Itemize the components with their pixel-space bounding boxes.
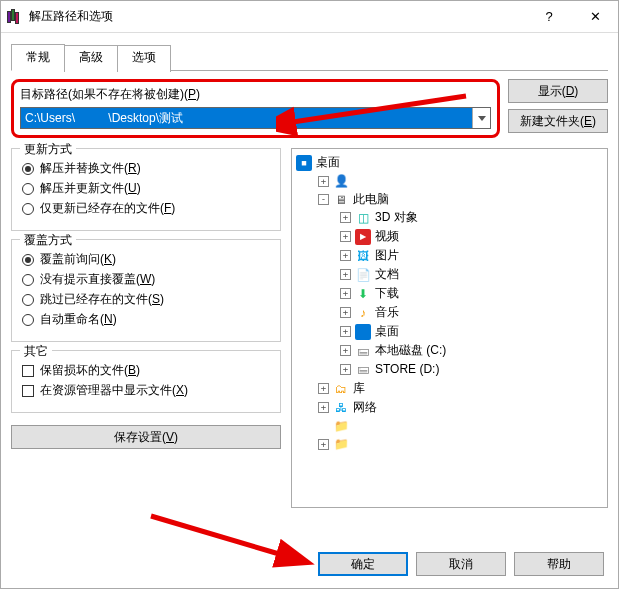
- annotation-arrow-2: [141, 506, 321, 576]
- desktop-icon: ■: [296, 155, 312, 171]
- radio-extract-update[interactable]: 解压并更新文件(U): [22, 180, 270, 197]
- cube-icon: ◫: [355, 210, 371, 226]
- tree-network[interactable]: +🖧网络: [318, 399, 603, 416]
- check-keep-broken[interactable]: 保留损坏的文件(B): [22, 362, 270, 379]
- video-icon: [355, 229, 371, 245]
- folder-icon: 📁: [333, 418, 349, 434]
- picture-icon: 🖼: [355, 248, 371, 264]
- window-title: 解压路径和选项: [29, 8, 526, 25]
- tabs: 常规 高级 选项: [11, 43, 608, 71]
- expand-icon[interactable]: +: [340, 250, 351, 261]
- expand-icon[interactable]: +: [340, 326, 351, 337]
- drive-icon: 🖴: [355, 343, 371, 359]
- tab-advanced[interactable]: 高级: [64, 45, 118, 72]
- path-input[interactable]: [21, 108, 472, 128]
- display-button[interactable]: 显示(D): [508, 79, 608, 103]
- expand-icon[interactable]: +: [318, 439, 329, 450]
- expand-icon[interactable]: +: [340, 307, 351, 318]
- radio-ask-overwrite[interactable]: 覆盖前询问(K): [22, 251, 270, 268]
- help-button[interactable]: ?: [526, 1, 572, 33]
- titlebar: 解压路径和选项 ? ✕: [1, 1, 618, 33]
- expand-icon[interactable]: +: [340, 231, 351, 242]
- expand-icon[interactable]: +: [340, 288, 351, 299]
- tree-libraries[interactable]: +🗂库: [318, 380, 603, 397]
- help-button[interactable]: 帮助: [514, 552, 604, 576]
- download-icon: ⬇: [355, 286, 371, 302]
- svg-marker-0: [478, 116, 486, 121]
- path-label: 目标路径(如果不存在将被创建)(P): [20, 86, 491, 103]
- folder-tree[interactable]: ■ 桌面 +👤 -🖥此电脑 +◫3D 对象 +视频 +🖼图片 +📄文档 +⬇下载…: [291, 148, 608, 508]
- dialog-footer: 确定 取消 帮助: [318, 552, 604, 576]
- expand-icon[interactable]: +: [340, 364, 351, 375]
- tree-cdrive[interactable]: +🖴本地磁盘 (C:): [340, 342, 603, 359]
- radio-update-existing[interactable]: 仅更新已经存在的文件(F): [22, 200, 270, 217]
- radio-skip-existing[interactable]: 跳过已经存在的文件(S): [22, 291, 270, 308]
- update-mode-group: 更新方式 解压并替换文件(R) 解压并更新文件(U) 仅更新已经存在的文件(F): [11, 148, 281, 231]
- expand-icon[interactable]: +: [318, 176, 329, 187]
- expand-icon[interactable]: +: [340, 345, 351, 356]
- path-highlight: 目标路径(如果不存在将被创建)(P): [11, 79, 500, 138]
- folder-icon: 📁: [333, 436, 349, 452]
- new-folder-button[interactable]: 新建文件夹(E): [508, 109, 608, 133]
- tree-user[interactable]: +👤: [318, 173, 603, 189]
- tree-thispc[interactable]: -🖥此电脑: [318, 191, 603, 208]
- save-settings-button[interactable]: 保存设置(V): [11, 425, 281, 449]
- update-legend: 更新方式: [20, 141, 76, 158]
- network-icon: 🖧: [333, 400, 349, 416]
- expand-icon[interactable]: +: [340, 212, 351, 223]
- expand-icon[interactable]: +: [318, 402, 329, 413]
- other-group: 其它 保留损坏的文件(B) 在资源管理器中显示文件(X): [11, 350, 281, 413]
- tree-ddrive[interactable]: +🖴STORE (D:): [340, 361, 603, 377]
- collapse-icon[interactable]: -: [318, 194, 329, 205]
- radio-overwrite-noprompt[interactable]: 没有提示直接覆盖(W): [22, 271, 270, 288]
- combobox-arrow-icon[interactable]: [472, 108, 490, 128]
- tree-downloads[interactable]: +⬇下载: [340, 285, 603, 302]
- drive-icon: 🖴: [355, 361, 371, 377]
- extract-dialog: 解压路径和选项 ? ✕ 常规 高级 选项 目标路径(如果不存在将被创建)(P): [0, 0, 619, 589]
- tree-desktop2[interactable]: + 桌面: [340, 323, 603, 340]
- user-icon: 👤: [333, 173, 349, 189]
- app-icon: [7, 9, 23, 25]
- tree-video[interactable]: +视频: [340, 228, 603, 245]
- ok-button[interactable]: 确定: [318, 552, 408, 576]
- expand-icon[interactable]: +: [340, 269, 351, 280]
- library-icon: 🗂: [333, 381, 349, 397]
- pc-icon: 🖥: [333, 192, 349, 208]
- tree-pictures[interactable]: +🖼图片: [340, 247, 603, 264]
- expand-icon[interactable]: +: [318, 383, 329, 394]
- close-button[interactable]: ✕: [572, 1, 618, 33]
- overwrite-legend: 覆盖方式: [20, 232, 76, 249]
- tree-3dobjects[interactable]: +◫3D 对象: [340, 209, 603, 226]
- tree-documents[interactable]: +📄文档: [340, 266, 603, 283]
- path-combobox[interactable]: [20, 107, 491, 129]
- other-legend: 其它: [20, 343, 52, 360]
- tree-desktop[interactable]: ■ 桌面: [296, 153, 603, 172]
- tree-folder-1[interactable]: 📁: [318, 418, 603, 434]
- cancel-button[interactable]: 取消: [416, 552, 506, 576]
- tree-folder-2[interactable]: +📁: [318, 436, 603, 452]
- svg-line-4: [151, 516, 286, 556]
- tab-options[interactable]: 选项: [117, 45, 171, 72]
- radio-auto-rename[interactable]: 自动重命名(N): [22, 311, 270, 328]
- desktop-icon: [355, 324, 371, 340]
- tab-general[interactable]: 常规: [11, 44, 65, 71]
- check-show-explorer[interactable]: 在资源管理器中显示文件(X): [22, 382, 270, 399]
- overwrite-mode-group: 覆盖方式 覆盖前询问(K) 没有提示直接覆盖(W) 跳过已经存在的文件(S) 自…: [11, 239, 281, 342]
- tree-music[interactable]: +♪音乐: [340, 304, 603, 321]
- document-icon: 📄: [355, 267, 371, 283]
- radio-extract-replace[interactable]: 解压并替换文件(R): [22, 160, 270, 177]
- music-icon: ♪: [355, 305, 371, 321]
